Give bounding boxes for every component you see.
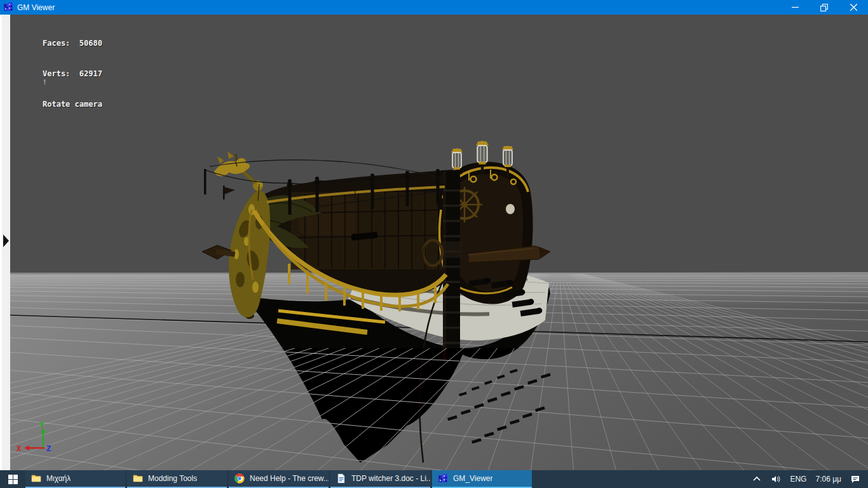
faces-count: Faces: 50680: [43, 38, 102, 48]
document-icon: [336, 473, 346, 484]
app-icon: [4, 3, 13, 12]
volume-icon[interactable]: [771, 474, 781, 484]
close-button[interactable]: [839, 0, 868, 15]
verts-count: Verts: 62917: [43, 69, 102, 79]
taskbar-item-browser[interactable]: Need Help - The crew...: [229, 470, 329, 488]
taskbar-item-label: Modding Tools: [148, 474, 197, 483]
folder-icon: [31, 473, 41, 484]
chrome-icon: [234, 473, 245, 484]
language-indicator[interactable]: ENG: [790, 475, 806, 484]
window-title: GM Viewer: [17, 3, 55, 12]
tray-chevron-icon[interactable]: [752, 474, 762, 484]
expand-panel-arrow-icon[interactable]: [3, 234, 9, 247]
system-tray: ENG 7:06 μμ: [752, 470, 868, 488]
axis-y-label: Y: [39, 421, 44, 430]
axis-z-label: Z: [46, 444, 51, 453]
scene-canvas: Y X Z: [10, 15, 868, 470]
restore-button[interactable]: [810, 0, 839, 15]
taskbar-item-label: GM_Viewer: [453, 474, 492, 483]
window-controls: [780, 0, 868, 15]
model-stats: Faces: 50680 Verts: 62917 Rotate camera: [43, 18, 102, 130]
stern-lamp-glow: [506, 204, 515, 214]
taskbar-item-modding-tools[interactable]: Modding Tools: [127, 470, 227, 488]
taskbar: Μιχαήλ Modding Tools Need Help - The cre…: [0, 470, 868, 488]
taskbar-item-document[interactable]: TDP witcher 3.doc - Li...: [330, 470, 430, 488]
taskbar-item-label: Need Help - The crew...: [250, 474, 329, 483]
clock[interactable]: 7:06 μμ: [815, 475, 841, 484]
axis-x-label: X: [17, 444, 22, 453]
taskbar-item-label: TDP witcher 3.doc - Li...: [351, 474, 430, 483]
titlebar[interactable]: GM Viewer: [0, 0, 868, 15]
gm-viewer-icon: [438, 473, 448, 484]
action-center-icon[interactable]: [850, 474, 860, 484]
taskbar-item-gm-viewer[interactable]: GM_Viewer: [432, 470, 532, 488]
windows-logo-icon: [8, 475, 18, 484]
overlay-marker: !: [43, 78, 47, 86]
taskbar-item-user-folder[interactable]: Μιχαήλ: [25, 470, 125, 488]
start-button[interactable]: [0, 470, 25, 488]
gm-viewer-window: GM Viewer: [0, 0, 868, 488]
folder-icon: [133, 473, 143, 484]
side-panel-collapsed: [0, 15, 10, 470]
taskbar-item-label: Μιχαήλ: [46, 474, 71, 483]
camera-mode: Rotate camera: [43, 99, 102, 109]
viewport-3d[interactable]: Y X Z Faces: 50680 Verts: 62917 Rotate c…: [10, 15, 868, 470]
minimize-button[interactable]: [780, 0, 810, 15]
